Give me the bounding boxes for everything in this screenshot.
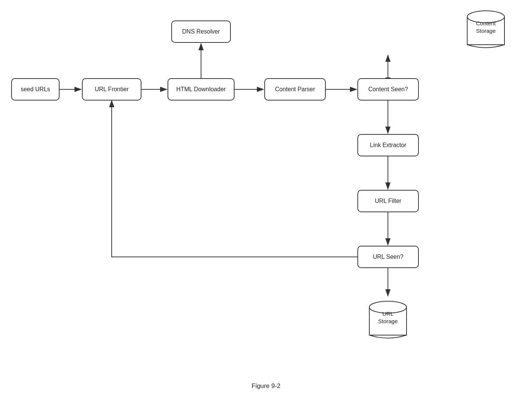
content-storage-label: ContentStorage	[462, 20, 510, 34]
content-parser-node: Content Parser	[264, 78, 326, 101]
html-downloader-node: HTML Downloader	[168, 78, 235, 101]
figure-caption: Figure 9-2	[0, 382, 532, 390]
url-seen-node: URL Seen?	[357, 246, 419, 268]
dns-resolver-node: DNS Resolver	[171, 20, 231, 43]
link-extractor-node: Link Extractor	[357, 134, 419, 156]
url-storage-label: URLStorage	[364, 310, 412, 325]
content-storage-cylinder: ContentStorage	[462, 6, 510, 54]
seed-urls-node: seed URLs	[11, 78, 60, 101]
url-filter-node: URL Filter	[357, 190, 419, 212]
arrows-svg	[0, 0, 532, 401]
diagram-container: seed URLs URL Frontier DNS Resolver HTML…	[0, 0, 532, 401]
content-seen-node: Content Seen?	[357, 78, 419, 101]
url-storage-cylinder: URLStorage	[364, 296, 412, 344]
url-frontier-node: URL Frontier	[82, 78, 141, 101]
